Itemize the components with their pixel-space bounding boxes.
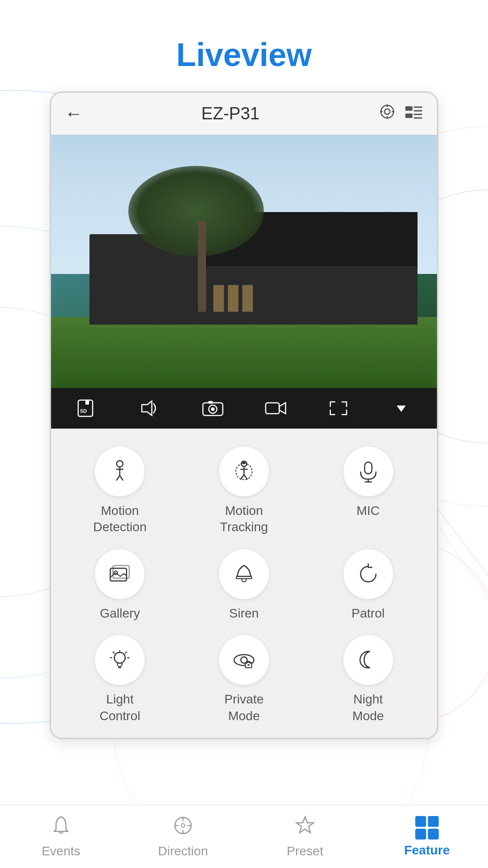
menu-icon[interactable] [404,103,423,125]
camera-card: ← EZ-P31 [50,91,438,739]
record-button[interactable] [260,397,291,420]
night-mode-label: NightMode [352,691,384,724]
svg-rect-29 [266,403,279,414]
bell-icon [51,815,71,840]
nav-direction-label: Direction [158,844,208,859]
svg-rect-36 [365,462,372,474]
svg-rect-15 [405,106,413,111]
siren-icon [219,549,269,599]
feature-gallery[interactable]: Gallery [65,549,175,622]
page-title: Liveview [0,0,488,91]
more-button[interactable] [385,397,417,420]
svg-point-43 [114,652,125,663]
nav-feature-label: Feature [404,843,450,858]
motion-tracking-label: MotionTracking [220,503,268,536]
gallery-icon [95,549,145,599]
feature-patrol[interactable]: Patrol [313,549,423,622]
settings-icon[interactable] [378,103,396,125]
svg-rect-42 [236,576,252,579]
star-icon [295,815,315,840]
gallery-label: Gallery [100,605,140,622]
private-mode-icon [219,635,269,685]
svg-rect-18 [405,113,413,118]
device-name: EZ-P31 [83,104,378,123]
svg-marker-31 [397,406,406,412]
siren-label: Siren [229,605,258,622]
camera-header: ← EZ-P31 [51,93,437,135]
svg-point-10 [385,109,390,114]
nav-events-label: Events [42,844,80,859]
nav-feature[interactable]: Feature [366,805,488,868]
house-scene [51,135,437,388]
svg-point-32 [117,461,123,467]
svg-point-28 [211,407,215,411]
motion-detection-label: MotionDetection [93,503,146,536]
private-mode-label: PrivateMode [224,691,263,724]
feature-motion-tracking[interactable]: MotionTracking [189,447,300,536]
patrol-label: Patrol [352,605,385,622]
features-grid: MotionDetection MotionTracking [65,447,423,724]
nav-events[interactable]: Events [0,805,122,868]
bottom-nav: Events Direction Preset [0,805,488,868]
snapshot-button[interactable] [197,397,229,420]
controls-bar: SD [51,388,437,429]
svg-marker-30 [279,403,286,414]
motion-tracking-icon [219,447,269,496]
feature-siren[interactable]: Siren [189,549,300,622]
feature-private-mode[interactable]: PrivateMode [189,635,300,724]
back-button[interactable]: ← [65,104,83,124]
svg-point-35 [243,462,245,464]
sd-button[interactable]: SD [71,397,103,420]
svg-point-48 [248,664,249,666]
feature-night-mode[interactable]: NightMode [313,635,423,724]
nav-preset[interactable]: Preset [244,805,366,868]
svg-marker-24 [142,401,152,415]
light-control-label: LightControl [99,691,140,724]
header-right-icons [378,103,423,125]
patrol-icon [343,549,393,599]
svg-point-9 [381,105,394,118]
svg-rect-22 [85,400,89,405]
fullscreen-button[interactable] [323,397,354,420]
direction-icon [173,815,193,840]
volume-button[interactable] [134,397,166,420]
svg-marker-56 [296,817,314,833]
feature-motion-detection[interactable]: MotionDetection [65,447,175,536]
night-mode-icon [343,635,393,685]
svg-text:SD: SD [80,408,87,414]
light-control-icon [95,635,145,685]
nav-direction[interactable]: Direction [122,805,244,868]
video-feed [51,135,437,388]
features-panel: MotionDetection MotionTracking [51,429,437,738]
svg-rect-27 [208,401,213,404]
feature-light-control[interactable]: LightControl [65,635,175,724]
mic-icon [343,447,393,496]
nav-preset-label: Preset [287,844,324,859]
feature-grid-icon [415,816,439,840]
feature-mic[interactable]: MIC [313,447,423,536]
mic-label: MIC [357,503,380,519]
svg-point-51 [181,824,185,827]
motion-detection-icon [95,447,145,496]
